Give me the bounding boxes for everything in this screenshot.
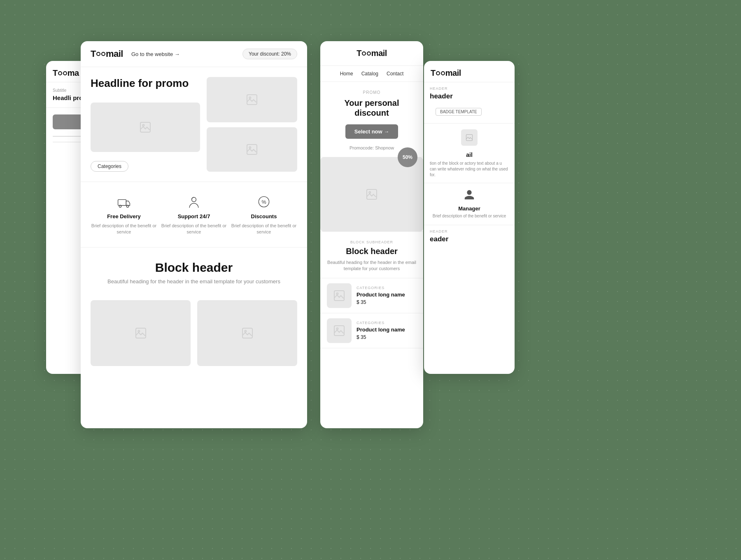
svg-rect-2 bbox=[247, 95, 257, 105]
right-header: Tmail bbox=[320, 41, 423, 66]
right-block-header-subtitle: Beautiful heading for the header in the … bbox=[327, 259, 417, 272]
nav-contact[interactable]: Contact bbox=[387, 71, 403, 77]
product-thumb-1 bbox=[327, 283, 352, 308]
product-name-1: Product long name bbox=[357, 292, 417, 298]
support-desc: Brief description of the benefit or serv… bbox=[161, 223, 227, 236]
hero-image-top-right bbox=[207, 77, 297, 122]
promo-label: PROMO bbox=[327, 90, 417, 95]
block-header-section: Block header Beautiful heading for the h… bbox=[81, 247, 307, 294]
hero-image-bottom-right bbox=[207, 127, 297, 172]
svg-text:%: % bbox=[261, 199, 266, 205]
far-right-divider bbox=[424, 123, 515, 124]
center-card: Tmail Go to the website → Your discount:… bbox=[81, 41, 307, 428]
discount-circle: 50% bbox=[398, 147, 417, 167]
svg-point-13 bbox=[138, 330, 140, 332]
delivery-desc: Brief description of the benefit or serv… bbox=[91, 223, 157, 236]
product-category-2: CATEGORIES bbox=[357, 321, 417, 325]
far-right-header-text2: eader bbox=[424, 235, 515, 247]
discount-badge: Your discount: 20% bbox=[242, 49, 297, 59]
right-block-sub-label: BLOCK SUBHEADER bbox=[327, 240, 417, 244]
far-right-icon-placeholder bbox=[461, 129, 478, 146]
product-card-1: CATEGORIES Product long name $ 35 bbox=[320, 278, 423, 313]
manager-name: Manager bbox=[430, 205, 509, 212]
product-card-2: CATEGORIES Product long name $ 35 bbox=[320, 313, 423, 348]
discount-icon: % bbox=[256, 194, 271, 210]
manager-section: Manager Brief description of the benefit… bbox=[424, 183, 515, 225]
big-promo-image bbox=[320, 157, 423, 231]
delivery-title: Free Delivery bbox=[107, 213, 141, 219]
svg-point-19 bbox=[336, 293, 338, 294]
product-image-left bbox=[91, 300, 191, 366]
svg-rect-4 bbox=[247, 145, 257, 154]
nav-home[interactable]: Home bbox=[340, 71, 353, 77]
product-price-1: $ 35 bbox=[357, 299, 417, 305]
manager-desc: Brief description of the benefit or serv… bbox=[430, 213, 509, 219]
discounts-desc: Brief description of the benefit or serv… bbox=[231, 223, 297, 236]
far-right-desc-text: tion of the block or actory text about a… bbox=[424, 161, 515, 183]
promo-section: PROMO Your personal discount Select now … bbox=[320, 82, 423, 157]
badge-template: BADGE TEMPLATE bbox=[436, 108, 482, 116]
far-right-logo: Tmail bbox=[431, 68, 461, 77]
far-right-card: Tmail HEADER header BADGE TEMPLATE ail t… bbox=[424, 61, 515, 374]
products-row bbox=[81, 294, 307, 373]
benefits-section: Free Delivery Brief description of the b… bbox=[81, 182, 307, 247]
svg-rect-0 bbox=[140, 122, 150, 132]
product-thumb-2 bbox=[327, 318, 352, 343]
svg-point-1 bbox=[142, 124, 144, 126]
discounts-title: Discounts bbox=[251, 213, 277, 219]
svg-rect-20 bbox=[334, 326, 344, 336]
svg-rect-14 bbox=[242, 328, 252, 338]
svg-rect-16 bbox=[367, 189, 377, 199]
svg-point-5 bbox=[249, 147, 251, 148]
select-now-button[interactable]: Select now → bbox=[345, 124, 398, 139]
benefit-discounts: % Discounts Brief description of the ben… bbox=[231, 194, 297, 236]
hero-left: Headline for promo Categories bbox=[91, 77, 200, 172]
svg-point-3 bbox=[249, 97, 251, 98]
far-right-header-text: header bbox=[424, 92, 515, 105]
product-category-1: CATEGORIES bbox=[357, 286, 417, 290]
goto-link[interactable]: Go to the website → bbox=[131, 51, 242, 57]
right-card: Tmail Home Catalog Contact PROMO Your pe… bbox=[320, 41, 423, 428]
benefit-support: Support 24/7 Brief description of the be… bbox=[161, 194, 227, 236]
categories-button[interactable]: Categories bbox=[91, 161, 128, 172]
hero-right bbox=[207, 77, 297, 172]
svg-point-15 bbox=[245, 330, 246, 332]
center-header: Tmail Go to the website → Your discount:… bbox=[81, 41, 307, 67]
far-right-logo-area: Tmail bbox=[424, 61, 515, 82]
promo-headline: Your personal discount bbox=[327, 98, 417, 118]
right-block-header-section: BLOCK SUBHEADER Block header Beautiful h… bbox=[320, 231, 423, 278]
hero-section: Headline for promo Categories bbox=[81, 67, 307, 182]
far-right-section-label: HEADER bbox=[424, 82, 515, 92]
product-info-2: CATEGORIES Product long name $ 35 bbox=[357, 321, 417, 340]
big-image-section: 50% bbox=[320, 157, 423, 231]
svg-rect-12 bbox=[136, 328, 146, 338]
right-logo: Tmail bbox=[357, 49, 387, 58]
center-logo: Tmail bbox=[91, 49, 123, 59]
benefit-delivery: Free Delivery Brief description of the b… bbox=[91, 194, 157, 236]
right-nav: Home Catalog Contact bbox=[320, 66, 423, 82]
hero-headline: Headline for promo bbox=[91, 77, 200, 90]
svg-point-21 bbox=[336, 328, 338, 329]
nav-catalog[interactable]: Catalog bbox=[361, 71, 378, 77]
block-header-title: Block header bbox=[91, 261, 297, 275]
product-name-2: Product long name bbox=[357, 327, 417, 333]
svg-rect-22 bbox=[466, 135, 473, 141]
support-title: Support 24/7 bbox=[178, 213, 210, 219]
left-logo: Tma bbox=[53, 68, 79, 77]
hero-image bbox=[91, 103, 200, 152]
product-image-right bbox=[197, 300, 297, 366]
svg-point-17 bbox=[369, 191, 370, 193]
delivery-icon bbox=[117, 194, 131, 210]
svg-rect-6 bbox=[118, 200, 126, 205]
far-right-section-label2: HEADER bbox=[424, 225, 515, 235]
far-right-mail-text: ail bbox=[424, 152, 515, 161]
support-icon bbox=[186, 194, 201, 210]
manager-icon bbox=[430, 189, 509, 203]
svg-rect-18 bbox=[334, 291, 344, 301]
product-info-1: CATEGORIES Product long name $ 35 bbox=[357, 286, 417, 305]
product-price-2: $ 35 bbox=[357, 334, 417, 340]
block-header-subtitle: Beautiful heading for the header in the … bbox=[91, 278, 297, 285]
right-block-header-title: Block header bbox=[327, 247, 417, 256]
